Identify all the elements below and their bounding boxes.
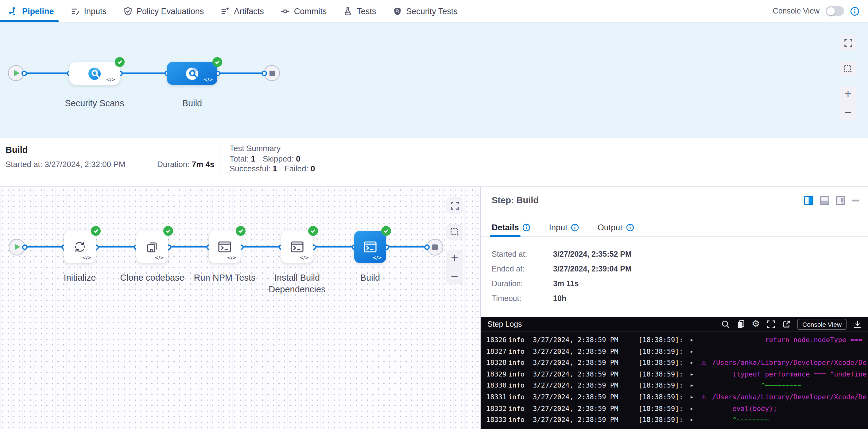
log-message: ^~~~~~~~~ [712,415,868,426]
step-node-initialize[interactable]: </> Initialize [45,231,114,284]
log-line[interactable]: 18326info3/27/2024, 2:38:59 PM[18:38:59]… [481,335,868,346]
code-icon: </> [82,255,91,261]
top-nav: Pipeline Inputs Policy Evaluations Artif… [0,0,868,23]
tab-pipeline[interactable]: Pipeline [9,0,54,22]
log-download-icon[interactable] [853,320,862,328]
success-badge [91,226,101,236]
step-node-install-build-dependencies[interactable]: </> Install Build Dependencies [263,231,332,296]
log-timestamp: [18:38:59]: [639,380,691,392]
marquee-select-icon [450,227,459,237]
fullscreen-icon [844,38,852,47]
stage-node-security-scans[interactable]: </> Security Scans [58,62,131,109]
zoom-in-button[interactable]: + [451,254,459,262]
log-expand-caret[interactable]: ▸ [691,346,701,358]
layout-split-bottom-icon[interactable] [820,196,829,205]
log-expand-caret[interactable]: ▸ [691,380,701,392]
code-icon: </> [106,77,115,82]
tab-input[interactable]: Input [549,223,579,232]
log-expand-caret[interactable]: ▸ [691,403,701,415]
tab-tests[interactable]: Tests [343,0,376,22]
check-icon [238,228,244,234]
log-expand-caret[interactable]: ▸ [691,358,701,369]
check-icon [383,228,389,234]
tab-policy-evaluations[interactable]: Policy Evaluations [123,0,204,22]
step-node-run-npm-tests[interactable]: </> Run NPM Tests [190,231,259,284]
log-level: info [508,369,533,380]
fullscreen-icon [450,201,459,210]
log-warning-icon [701,335,712,346]
log-copy-icon[interactable] [736,320,745,328]
log-fullscreen-icon[interactable] [767,320,775,328]
log-line[interactable]: 18333info3/27/2024, 2:38:59 PM[18:38:59]… [481,415,868,426]
marquee-select-button[interactable] [840,61,856,78]
code-icon: </> [204,77,213,82]
marquee-select-button[interactable] [446,223,463,240]
terminal-icon [289,239,305,255]
log-expand-caret[interactable]: ▸ [691,415,701,426]
log-line[interactable]: 18332info3/27/2024, 2:38:59 PM[18:38:59]… [481,403,868,415]
stage-connector-line [16,72,269,74]
tab-inputs[interactable]: Inputs [71,0,107,22]
info-icon[interactable] [523,223,531,232]
tab-label: Output [598,223,622,232]
terminal-icon [217,239,232,255]
log-lines[interactable]: 18326info3/27/2024, 2:38:59 PM[18:38:59]… [481,335,868,426]
log-level: info [508,346,533,358]
code-icon: </> [154,255,164,261]
zoom-out-button[interactable]: − [451,272,459,281]
log-search-icon[interactable] [721,320,730,328]
tab-security-tests[interactable]: Security Tests [393,0,458,22]
log-timestamp: [18:38:59]: [639,358,691,369]
console-view-button[interactable]: Console View [797,318,846,330]
tab-label: Tests [356,6,376,16]
fullscreen-button[interactable] [840,34,856,51]
log-line[interactable]: 18327info3/27/2024, 2:38:59 PM[18:38:59]… [481,346,868,358]
step-node-build[interactable]: </> Build [336,231,405,284]
log-message [712,346,868,358]
tab-label: Details [492,223,519,232]
security-scan-stage-icon [87,66,102,81]
fullscreen-button[interactable] [446,197,463,214]
log-warning-icon [701,346,712,358]
info-icon[interactable] [626,223,634,232]
log-expand-caret[interactable]: ▸ [691,369,701,380]
log-line-number: 18333 [481,415,508,426]
step-graph-canvas[interactable]: </> Initialize </> Clone codebase [0,187,480,429]
stage-graph-canvas[interactable]: </> Security Scans </> Build [0,23,868,137]
log-open-new-tab-icon[interactable] [782,320,790,328]
check-icon [93,228,99,234]
log-line-number: 18328 [481,358,508,369]
layout-split-right-icon[interactable] [804,196,813,205]
log-line[interactable]: 18328info3/27/2024, 2:38:59 PM[18:38:59]… [481,358,868,369]
zoom-in-button[interactable]: + [844,90,852,98]
stop-icon [269,70,275,76]
info-icon[interactable] [850,6,859,16]
console-view-toggle[interactable] [826,6,844,16]
tab-commits[interactable]: Commits [281,0,327,22]
zoom-out-button[interactable]: − [844,108,852,117]
log-level: info [508,380,533,392]
layout-floating-panel-icon[interactable] [836,196,845,205]
log-settings-icon[interactable]: ⚙ [752,319,760,329]
log-date: 3/27/2024, 2:38:59 PM [533,358,639,369]
tab-details[interactable]: Details [492,223,531,232]
stage-node-build[interactable]: </> Build [155,62,229,109]
tab-artifacts[interactable]: Artifacts [220,0,264,22]
build-stage-icon [185,66,199,81]
log-line[interactable]: 18330info3/27/2024, 2:38:59 PM[18:38:59]… [481,380,868,392]
minimize-panel-icon[interactable] [852,200,859,202]
log-date: 3/27/2024, 2:38:59 PM [533,403,639,415]
tab-output[interactable]: Output [598,223,634,232]
log-level: info [508,415,533,426]
log-line[interactable]: 18329info3/27/2024, 2:38:59 PM[18:38:59]… [481,369,868,380]
test-summary-title: Test Summary [229,144,315,154]
stage-title: Build [5,145,28,155]
flask-icon [343,6,352,16]
log-expand-caret[interactable]: ▸ [691,335,701,346]
log-line[interactable]: 18331info3/27/2024, 2:38:59 PM[18:38:59]… [481,392,868,403]
log-expand-caret[interactable]: ▸ [691,392,701,403]
code-icon: </> [227,255,236,261]
step-node-clone-codebase[interactable]: </> Clone codebase [118,231,187,284]
log-warning-icon: ⚠ [701,358,712,369]
info-icon[interactable] [571,223,579,232]
